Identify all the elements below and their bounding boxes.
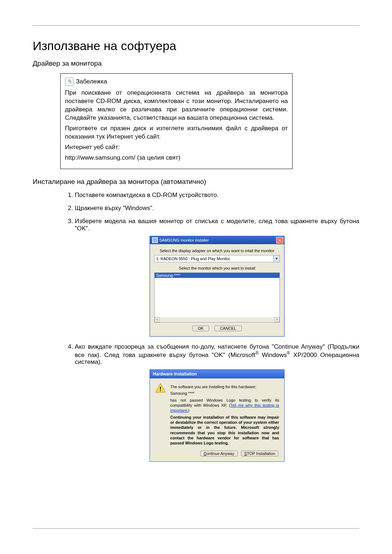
- adapter-combo[interactable]: 1. RADEON 9550 : Plug and Play Monitor ▼: [154, 255, 280, 262]
- hw-button-row: Continue Anyway STOP Installation: [155, 447, 279, 457]
- hw-line1: The software you are installing for this…: [170, 384, 279, 389]
- installer-title-text: SAMSUNG monitor installer: [159, 238, 276, 242]
- warning-icon: !: [155, 383, 166, 394]
- installer-button-row: OK CANCEL: [154, 323, 280, 333]
- chevron-down-icon[interactable]: ▼: [273, 255, 279, 262]
- hw-title-text: Hardware Installation: [153, 372, 197, 377]
- installer-app-icon: □: [152, 237, 158, 243]
- note-box: ✎ Забележка При поискване от операционна…: [60, 73, 293, 169]
- step-2: Щракнете върху "Windows".: [75, 205, 359, 212]
- installer-titlebar: □ SAMSUNG monitor installer ×: [150, 236, 284, 244]
- cancel-button[interactable]: CANCEL: [215, 325, 242, 331]
- note-icon: ✎: [65, 77, 74, 86]
- registered-mark-2: ®: [287, 350, 290, 356]
- section-install-heading: Инсталиране на драйвера за монитора (авт…: [33, 178, 359, 186]
- step-3: Изберете модела на вашия монитор от спис…: [75, 218, 359, 337]
- adapter-combo-value: 1. RADEON 9550 : Plug and Play Monitor: [155, 257, 273, 261]
- close-icon[interactable]: ×: [276, 237, 283, 243]
- step-4-text-b: Windows: [258, 351, 287, 358]
- step-4: Ако виждате прозореца за съобщения по-до…: [75, 343, 359, 462]
- monitor-selected-item[interactable]: Samsung ****: [155, 273, 279, 278]
- hw-bold-warning: Continuing your installation of this sof…: [170, 415, 279, 446]
- note-heading-row: ✎ Забележка: [65, 77, 288, 86]
- hw-body: ! The software you are installing for th…: [150, 378, 284, 461]
- top-divider: [33, 25, 359, 26]
- step-1: Поставете компактдиска в CD-ROM устройст…: [75, 192, 359, 199]
- hw-line3-b: ): [188, 408, 189, 413]
- monitor-listbox[interactable]: Samsung **** < >: [154, 272, 280, 323]
- adapter-label: Select the display adapter on which you …: [154, 249, 280, 253]
- hw-titlebar: Hardware Installation: [150, 370, 284, 378]
- ok-button[interactable]: OK: [192, 325, 209, 331]
- note-heading-text: Забележка: [76, 78, 107, 86]
- hw-content-row: ! The software you are installing for th…: [155, 383, 279, 447]
- stop-installation-button[interactable]: STOP Installation: [241, 451, 278, 456]
- scroll-left-icon[interactable]: <: [155, 317, 160, 322]
- page-title: Използване на софтуера: [33, 39, 359, 53]
- note-paragraph-2: Пригответе си празен диск и изтеглете из…: [65, 124, 288, 141]
- scroll-track[interactable]: [160, 317, 274, 322]
- continue-anyway-button[interactable]: Continue Anyway: [200, 451, 238, 456]
- scroll-right-icon[interactable]: >: [274, 317, 279, 322]
- hw-line2: Samsung ****: [170, 391, 279, 396]
- screenshot-hardware-installation: Hardware Installation ! The softw: [75, 369, 359, 462]
- install-steps-list: Поставете компактдиска в CD-ROM устройст…: [60, 192, 359, 462]
- hw-message: The software you are installing for this…: [170, 383, 279, 447]
- hw-line3: has not passed Windows Logo testing to v…: [170, 398, 279, 413]
- svg-text:!: !: [159, 386, 162, 393]
- document-page: Използване на софтуера Драйвер за монито…: [0, 0, 392, 554]
- note-paragraph-1: При поискване от операционната система н…: [65, 89, 288, 122]
- bottom-divider: [33, 528, 359, 529]
- section-driver-heading: Драйвер за монитора: [33, 59, 359, 67]
- note-site-url: http://www.samsung.com/ (за целия свят): [65, 154, 288, 162]
- horizontal-scrollbar[interactable]: < >: [155, 317, 279, 322]
- installer-body: Select the display adapter on which you …: [150, 244, 284, 336]
- note-site-label: Интернет уеб сайт:: [65, 144, 120, 151]
- note-site-line: Интернет уеб сайт:: [65, 143, 288, 152]
- monitor-label: Select the monitor which you want to ins…: [154, 266, 280, 270]
- installer-window: □ SAMSUNG monitor installer × Select the…: [150, 236, 285, 337]
- step-3-text: Изберете модела на вашия монитор от спис…: [75, 218, 359, 232]
- hardware-warning-dialog: Hardware Installation ! The softw: [150, 369, 285, 462]
- screenshot-installer: □ SAMSUNG monitor installer × Select the…: [75, 236, 359, 337]
